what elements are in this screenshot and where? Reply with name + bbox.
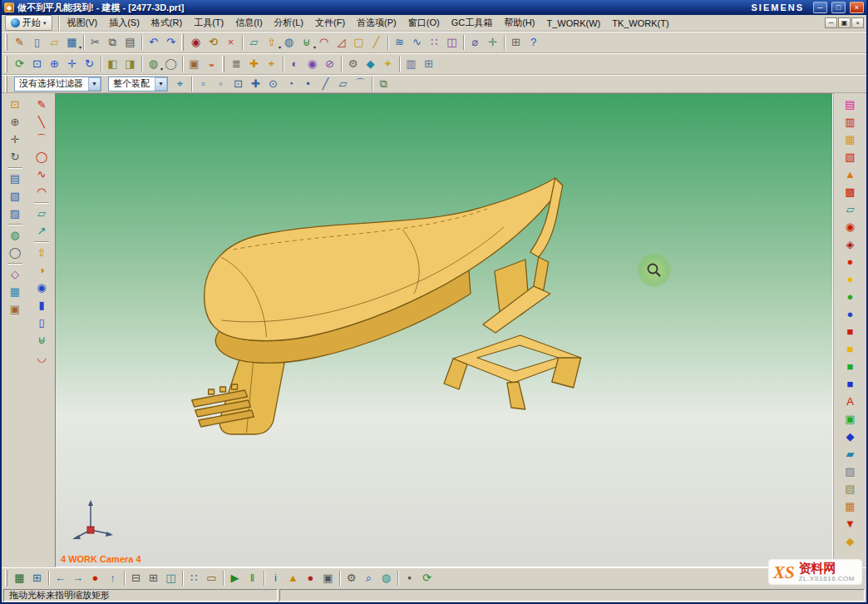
circle-icon[interactable]: ◯ (34, 149, 50, 165)
cylinder-icon[interactable]: ▯ (34, 314, 50, 330)
menu-view[interactable]: 视图(V) (62, 16, 104, 30)
red-texture-icon[interactable]: ■ (842, 324, 858, 339)
datum-axis-icon[interactable]: ↗ (34, 223, 50, 239)
datum-plane-icon[interactable]: ▱ (246, 34, 262, 50)
block-icon[interactable]: ▮ (34, 297, 50, 313)
boolean-unite-icon[interactable]: ⊎ (34, 332, 50, 348)
menu-tools[interactable]: 工具(T) (188, 16, 229, 30)
snapshot-view-icon[interactable]: ▣ (7, 301, 23, 317)
cut-icon[interactable]: ✂ (87, 34, 103, 50)
edge-blend-icon[interactable]: ◠ (316, 34, 332, 50)
object-display-icon[interactable]: ◐ (287, 56, 303, 72)
show-hide-icon[interactable]: ◉ (304, 56, 320, 72)
grid-display-icon[interactable]: ∷ (186, 570, 202, 586)
taskbar-views-icon[interactable]: ▦ (12, 570, 27, 586)
realistic-render-icon[interactable]: ▤ (842, 97, 858, 112)
layer-settings-icon[interactable]: ≣ (229, 56, 244, 72)
model-canvas[interactable] (56, 94, 832, 567)
end-point-icon[interactable]: ▫ (195, 76, 211, 92)
information-icon[interactable]: i (268, 570, 284, 586)
minimize-button[interactable]: ─ (813, 2, 827, 13)
start-menu-button[interactable]: 开始 ▾ (5, 15, 52, 31)
shaded-view-icon[interactable]: ◍ (7, 227, 23, 243)
material-icon[interactable]: ◆ (362, 56, 378, 72)
menu-gc-toolbox[interactable]: GC工具箱 (446, 16, 499, 30)
camera-capture-icon[interactable]: ▣ (320, 570, 336, 586)
unite-icon[interactable]: ⊎▾ (298, 34, 314, 50)
chevron-down-icon[interactable]: ▼ (88, 77, 101, 91)
high-quality-image-icon[interactable]: ▲ (842, 166, 858, 182)
zoom-in-out-icon[interactable]: ⊕ (7, 114, 23, 130)
model-part[interactable] (192, 178, 581, 434)
visualization-icon[interactable]: ▩ (842, 184, 858, 200)
isometric-view-icon[interactable]: ◨ (122, 56, 138, 72)
toolbar-grip[interactable] (5, 34, 7, 51)
tangent-point-icon[interactable]: ⌒ (353, 76, 368, 92)
pane-split-icon[interactable]: ◫ (163, 570, 179, 586)
revolve-icon[interactable]: ◑ (34, 262, 50, 278)
world-icon[interactable]: ◍ (378, 570, 394, 586)
chamfer-icon[interactable]: ◿ (333, 34, 349, 50)
wcs-dynamics-icon[interactable]: ✚ (246, 56, 262, 72)
wireframe-icon[interactable]: ◯ (163, 56, 179, 72)
menu-help[interactable]: 帮助(H) (498, 16, 540, 30)
toolbar-grip[interactable] (5, 76, 7, 92)
new-icon[interactable]: ▯ (29, 34, 45, 50)
settings-icon[interactable]: ⚙ (343, 570, 359, 586)
redo-icon[interactable]: ↷ (163, 34, 179, 50)
yellow-material-icon[interactable]: ● (842, 271, 858, 287)
start-over-icon[interactable]: ⟲ (205, 34, 221, 50)
perspective-view-icon[interactable]: ◇ (7, 266, 23, 282)
interpart-navigator-icon[interactable]: ⧉ (376, 76, 392, 92)
help-icon[interactable]: ? (525, 34, 541, 50)
window-tile-icon[interactable]: ⊟ (128, 570, 144, 586)
light-icon[interactable]: ✦ (380, 56, 396, 72)
existing-point-icon[interactable]: • (300, 76, 316, 92)
through-curves-icon[interactable]: ≋ (392, 34, 407, 50)
control-point-icon[interactable]: ⊡ (230, 76, 246, 92)
intersection-point-icon[interactable]: ✚ (248, 76, 264, 92)
point-on-surface-icon[interactable]: ▱ (335, 76, 351, 92)
gold-gem-icon[interactable]: ◆ (842, 533, 858, 549)
search-icon[interactable]: ⌕ (361, 570, 377, 586)
up-level-icon[interactable]: ↑ (105, 570, 121, 586)
wcs-orient-icon[interactable]: ⌖ (264, 56, 279, 72)
yellow-texture-icon[interactable]: ■ (842, 341, 858, 357)
stop-icon[interactable]: ● (87, 570, 103, 586)
measure-distance-icon[interactable]: ⌀ (467, 34, 483, 50)
green-material-icon[interactable]: ● (842, 289, 858, 304)
layout-grid-icon[interactable]: ⊞ (29, 570, 45, 586)
mdi-close-button[interactable]: × (851, 17, 864, 28)
zoom-icon[interactable]: ⊕ (47, 56, 62, 72)
window-cascade-icon[interactable]: ⊞ (145, 570, 161, 586)
roughness-map-icon[interactable]: ▨ (842, 463, 858, 479)
lock-icon[interactable]: ▪ (402, 570, 417, 586)
preferences-icon[interactable]: ⚙ (345, 56, 361, 72)
pause-animation-icon[interactable]: ‖ (244, 570, 260, 586)
title-bar[interactable]: ◆ 做不到平凡能我到! - 建模 - [2477-3D.prt] SIEMENS… (2, 0, 866, 15)
green-texture-icon[interactable]: ■ (842, 359, 858, 374)
rotate-icon[interactable]: ↻ (81, 56, 97, 72)
pattern-swatch-icon[interactable]: ▤ (842, 481, 858, 497)
blue-material-icon[interactable]: ● (842, 306, 858, 322)
arc-center-icon[interactable]: ⊙ (265, 76, 281, 92)
sketch-fillet-icon[interactable]: ◠ (34, 184, 50, 200)
extrude-icon[interactable]: ⇧▾ (264, 34, 279, 50)
art-appearance-icon[interactable]: ▥ (842, 114, 858, 130)
fit-view-icon[interactable]: ⊡ (29, 56, 45, 72)
menu-window[interactable]: 窗口(O) (402, 16, 446, 30)
alert-icon[interactable]: ▲ (285, 570, 301, 586)
mirror-feature-icon[interactable]: ◫ (444, 34, 460, 50)
rotate-view-icon[interactable]: ↻ (7, 149, 23, 165)
copy-icon[interactable]: ⧉ (105, 34, 121, 50)
mdi-restore-button[interactable]: ▣ (838, 17, 851, 28)
side-view-icon[interactable]: ▨ (7, 205, 23, 221)
cone-swatch-icon[interactable]: ▼ (842, 516, 858, 532)
line-icon[interactable]: ╲ (34, 114, 50, 130)
record-macro-icon[interactable]: ● (303, 570, 318, 586)
back-icon[interactable]: ← (52, 570, 68, 586)
sketch-icon[interactable]: ✎ (34, 97, 50, 112)
green-swatch-icon[interactable]: ▣ (842, 411, 858, 427)
menu-format[interactable]: 格式(R) (145, 16, 188, 30)
forward-icon[interactable]: → (70, 570, 86, 586)
